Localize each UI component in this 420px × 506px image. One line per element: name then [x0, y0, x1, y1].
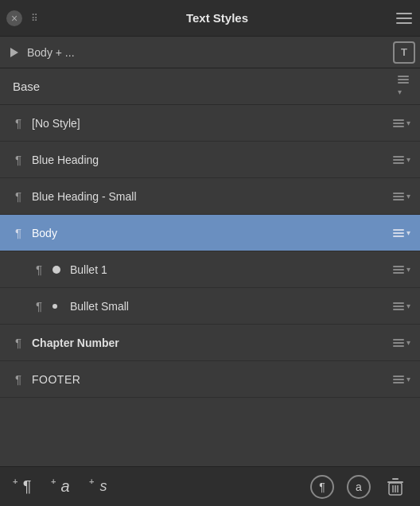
style-row-footer[interactable]: ¶ FOOTER ▾ — [0, 361, 420, 398]
style-menu-body[interactable]: ▾ — [393, 229, 410, 237]
paragraph-icon: ¶ — [10, 336, 27, 349]
style-name-blue-heading-small: Blue Heading - Small — [32, 190, 393, 203]
header-menu-icon[interactable] — [395, 9, 414, 28]
panel-header: ⠿ Text Styles — [0, 0, 420, 37]
style-menu-chapter-number[interactable]: ▾ — [393, 339, 410, 347]
style-name-footer: FOOTER — [32, 373, 393, 386]
style-row-body[interactable]: ¶ Body ▾ — [0, 215, 420, 251]
section-label-base: Base — [13, 80, 398, 93]
drag-handle[interactable]: ⠿ — [29, 10, 40, 26]
paragraph-icon: ¶ — [10, 189, 27, 203]
add-script-style-button[interactable]: + s — [89, 475, 113, 499]
add-paragraph-style-button[interactable]: + ¶ — [13, 475, 37, 499]
a-circle-label: a — [356, 481, 362, 493]
style-name-no-style: [No Style] — [32, 117, 393, 130]
style-name-bullet-1: Bullet 1 — [70, 263, 393, 276]
style-name-blue-heading: Blue Heading — [32, 154, 393, 166]
style-row-chapter-number[interactable]: ¶ Chapter Number ▾ — [0, 325, 420, 361]
paragraph-circle-label: ¶ — [319, 481, 325, 493]
style-menu-blue-heading-small[interactable]: ▾ — [393, 193, 410, 200]
svg-rect-0 — [396, 13, 412, 14]
style-name-chapter-number: Chapter Number — [32, 337, 393, 349]
a-circle-button[interactable]: a — [347, 475, 371, 499]
style-row-no-style[interactable]: ¶ [No Style] ▾ — [0, 105, 420, 142]
paragraph-icon: ¶ — [30, 299, 48, 313]
svg-rect-1 — [396, 18, 412, 19]
paragraph-icon: ¶ — [10, 153, 27, 166]
search-bar: T — [0, 37, 420, 68]
svg-rect-2 — [396, 22, 412, 24]
text-format-icon[interactable]: T — [393, 41, 415, 64]
style-name-bullet-small: Bullet Small — [70, 300, 393, 313]
style-menu-bullet-1[interactable]: ▾ — [393, 266, 410, 274]
svg-marker-3 — [10, 48, 18, 57]
bullet-dot-large — [52, 266, 60, 274]
footer-toolbar: + ¶ + a + s ¶ a — [0, 466, 420, 506]
paragraph-icon: ¶ — [10, 372, 27, 386]
style-row-blue-heading-small[interactable]: ¶ Blue Heading - Small ▾ — [0, 178, 420, 215]
panel-title: Text Styles — [46, 11, 388, 25]
bullet-dot-small — [52, 304, 57, 309]
text-styles-panel: ⠿ Text Styles T Base — [0, 0, 420, 506]
style-menu-blue-heading[interactable]: ▾ — [393, 156, 410, 164]
style-list: Base ▾ ¶ [No Style] ▾ ¶ Blue Heading ▾ — [0, 68, 420, 466]
style-menu-no-style[interactable]: ▾ — [393, 119, 410, 127]
play-button[interactable] — [5, 44, 22, 61]
section-header-base: Base ▾ — [0, 68, 420, 105]
add-character-style-button[interactable]: + a — [51, 475, 75, 499]
style-menu-footer[interactable]: ▾ — [393, 376, 410, 383]
paragraph-icon: ¶ — [10, 226, 27, 239]
section-menu-button[interactable]: ▾ — [398, 76, 410, 98]
style-row-bullet-small[interactable]: ¶ Bullet Small ▾ — [0, 288, 420, 325]
toolbar-right: ¶ a — [310, 475, 407, 499]
style-search-input[interactable] — [27, 46, 388, 59]
style-row-blue-heading[interactable]: ¶ Blue Heading ▾ — [0, 142, 420, 178]
close-button[interactable] — [6, 10, 22, 26]
style-menu-bullet-small[interactable]: ▾ — [393, 302, 410, 310]
paragraph-icon: ¶ — [10, 116, 27, 130]
style-row-bullet-1[interactable]: ¶ Bullet 1 ▾ — [0, 251, 420, 288]
paragraph-icon: ¶ — [30, 263, 48, 276]
svg-rect-5 — [392, 478, 399, 480]
delete-style-button[interactable] — [383, 475, 407, 499]
paragraph-circle-button[interactable]: ¶ — [310, 475, 334, 499]
style-name-body: Body — [32, 227, 393, 239]
